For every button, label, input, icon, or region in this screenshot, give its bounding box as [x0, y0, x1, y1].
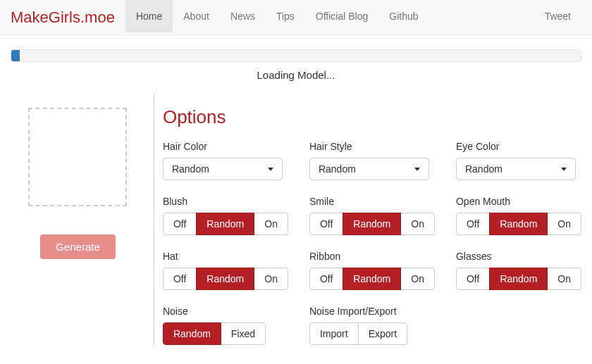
dropdown-hair-color[interactable]: Random — [163, 158, 283, 180]
vertical-divider — [154, 94, 154, 345]
nav-links: Home About News Tips Official Blog Githu… — [125, 0, 429, 34]
field-empty — [456, 306, 581, 345]
field-glasses: Glasses Off Random On — [456, 251, 581, 290]
export-button[interactable]: Export — [358, 322, 407, 345]
label-hat: Hat — [163, 251, 288, 262]
import-button[interactable]: Import — [309, 322, 359, 345]
toggle-random[interactable]: Random — [196, 213, 254, 235]
generate-button[interactable]: Generate — [40, 234, 116, 259]
toggle-on[interactable]: On — [547, 268, 581, 290]
options-panel: Options Hair Color Random Hair Style Ran… — [163, 94, 581, 345]
progress-section — [0, 35, 592, 68]
left-column: Generate — [11, 94, 145, 345]
dropdown-eye-color[interactable]: Random — [456, 158, 576, 180]
label-ribbon: Ribbon — [309, 251, 435, 262]
field-noise-io: Noise Import/Export Import Export — [309, 306, 435, 345]
field-hat: Hat Off Random On — [163, 251, 288, 290]
label-glasses: Glasses — [456, 251, 581, 262]
toggle-on[interactable]: On — [400, 213, 435, 235]
noise-io-buttons: Import Export — [309, 322, 407, 345]
toggle-off[interactable]: Off — [456, 213, 490, 235]
label-eye-color: Eye Color — [456, 141, 581, 152]
toggle-on[interactable]: On — [547, 213, 581, 235]
label-noise-io: Noise Import/Export — [309, 306, 435, 317]
loading-text: Loading Model... — [0, 68, 592, 94]
nav-about[interactable]: About — [173, 0, 220, 32]
field-hair-style: Hair Style Random — [309, 141, 435, 180]
toggle-random[interactable]: Random — [489, 213, 548, 235]
field-smile: Smile Off Random On — [309, 196, 435, 235]
toggle-random[interactable]: Random — [343, 213, 401, 235]
label-noise: Noise — [163, 306, 288, 317]
options-grid: Hair Color Random Hair Style Random Eye … — [163, 141, 581, 345]
toggle-open-mouth: Off Random On — [456, 213, 581, 235]
field-blush: Blush Off Random On — [163, 196, 288, 235]
label-smile: Smile — [309, 196, 435, 207]
toggle-random[interactable]: Random — [343, 268, 401, 290]
toggle-on[interactable]: On — [400, 268, 435, 290]
dropdown-value: Random — [172, 163, 209, 175]
field-open-mouth: Open Mouth Off Random On — [456, 196, 581, 235]
toggle-random[interactable]: Random — [163, 322, 221, 345]
field-ribbon: Ribbon Off Random On — [309, 251, 435, 290]
nav-right: Tweet — [534, 0, 581, 34]
nav-tweet[interactable]: Tweet — [534, 0, 581, 32]
toggle-off[interactable]: Off — [456, 268, 490, 290]
toggle-off[interactable]: Off — [163, 268, 197, 290]
toggle-ribbon: Off Random On — [309, 268, 435, 290]
label-hair-color: Hair Color — [163, 141, 288, 152]
nav-tips[interactable]: Tips — [266, 0, 305, 32]
main-content: Generate Options Hair Color Random Hair … — [0, 94, 592, 345]
toggle-smile: Off Random On — [309, 213, 435, 235]
navbar: MakeGirls.moe Home About News Tips Offic… — [0, 0, 592, 35]
caret-down-icon — [561, 168, 567, 171]
toggle-random[interactable]: Random — [196, 268, 254, 290]
nav-github[interactable]: Github — [378, 0, 428, 32]
toggle-glasses: Off Random On — [456, 268, 581, 290]
nav-official-blog[interactable]: Official Blog — [305, 0, 378, 32]
toggle-fixed[interactable]: Fixed — [221, 322, 266, 345]
label-open-mouth: Open Mouth — [456, 196, 581, 207]
nav-home[interactable]: Home — [125, 0, 173, 32]
toggle-on[interactable]: On — [254, 268, 288, 290]
progress-bar — [11, 50, 20, 61]
options-title: Options — [163, 106, 581, 128]
progress-track — [11, 49, 581, 62]
toggle-off[interactable]: Off — [163, 213, 197, 235]
toggle-hat: Off Random On — [163, 268, 288, 290]
label-hair-style: Hair Style — [309, 141, 435, 152]
field-hair-color: Hair Color Random — [163, 141, 288, 180]
toggle-off[interactable]: Off — [309, 213, 343, 235]
preview-placeholder — [28, 108, 127, 206]
toggle-off[interactable]: Off — [309, 268, 343, 290]
caret-down-icon — [414, 168, 420, 171]
dropdown-value: Random — [465, 163, 502, 175]
caret-down-icon — [268, 168, 273, 171]
brand-logo[interactable]: MakeGirls.moe — [11, 0, 125, 34]
toggle-on[interactable]: On — [254, 213, 288, 235]
field-noise: Noise Random Fixed — [163, 306, 288, 345]
toggle-noise: Random Fixed — [163, 322, 266, 345]
field-eye-color: Eye Color Random — [456, 141, 581, 180]
toggle-blush: Off Random On — [163, 213, 288, 235]
nav-news[interactable]: News — [220, 0, 266, 32]
toggle-random[interactable]: Random — [489, 268, 548, 290]
dropdown-hair-style[interactable]: Random — [309, 158, 429, 180]
dropdown-value: Random — [319, 163, 356, 175]
label-blush: Blush — [163, 196, 288, 207]
